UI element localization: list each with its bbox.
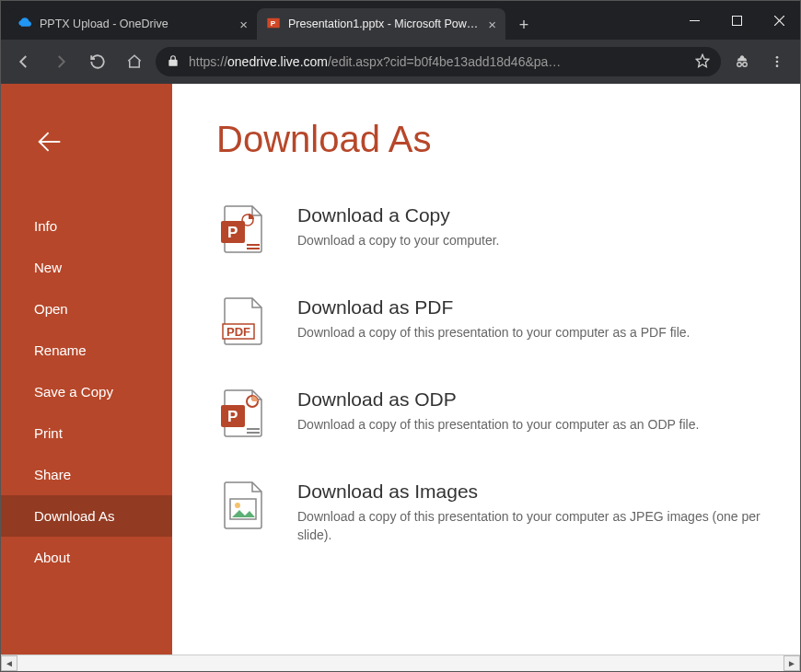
menu-item-rename[interactable]: Rename	[1, 330, 172, 371]
close-window-button[interactable]	[758, 1, 800, 40]
browser-tab-onedrive[interactable]: PPTX Upload - OneDrive ×	[8, 8, 257, 40]
download-option-images[interactable]: Download as ImagesDownload a copy of thi…	[216, 481, 774, 544]
forward-button[interactable]	[45, 46, 76, 77]
svg-point-11	[776, 61, 779, 64]
option-description: Download a copy of this presentation to …	[297, 416, 699, 434]
home-button[interactable]	[119, 46, 150, 77]
window-controls	[673, 1, 800, 40]
powerpoint-icon: P	[266, 16, 281, 33]
option-description: Download a copy to your computer.	[297, 232, 499, 250]
svg-point-8	[743, 63, 748, 67]
scrollbar-track[interactable]	[17, 655, 784, 671]
menu-icon[interactable]	[761, 46, 793, 77]
menu-item-share[interactable]: Share	[1, 454, 172, 495]
reload-button[interactable]	[82, 46, 113, 77]
menu-item-new[interactable]: New	[1, 247, 172, 288]
back-arrow-button[interactable]	[1, 126, 172, 205]
tab-strip: PPTX Upload - OneDrive × P Presentation1…	[1, 1, 673, 40]
svg-point-7	[737, 63, 742, 67]
onedrive-icon	[17, 16, 32, 33]
svg-point-27	[235, 503, 240, 508]
svg-point-12	[776, 64, 779, 67]
menu-item-save-a-copy[interactable]: Save a Copy	[1, 371, 172, 412]
menu-item-info[interactable]: Info	[1, 205, 172, 247]
menu-item-download-as[interactable]: Download As	[1, 495, 172, 537]
horizontal-scrollbar[interactable]: ◄ ►	[1, 655, 800, 671]
close-icon[interactable]: ×	[239, 17, 248, 32]
option-title: Download as ODP	[297, 388, 699, 411]
option-title: Download as Images	[297, 481, 774, 503]
pdf-file-icon: PDF	[216, 296, 268, 348]
star-icon[interactable]	[695, 53, 710, 71]
svg-text:PDF: PDF	[226, 325, 250, 339]
option-title: Download a Copy	[297, 204, 499, 226]
url-text: https://onedrive.live.com/edit.aspx?cid=…	[189, 54, 561, 69]
svg-rect-3	[732, 16, 741, 25]
minimize-button[interactable]	[673, 1, 715, 40]
browser-titlebar: PPTX Upload - OneDrive × P Presentation1…	[1, 1, 800, 40]
option-description: Download a copy of this presentation to …	[297, 508, 774, 544]
browser-toolbar: https://onedrive.live.com/edit.aspx?cid=…	[1, 40, 800, 84]
file-menu: InfoNewOpenRenameSave a CopyPrintShareDo…	[1, 205, 172, 578]
svg-point-10	[776, 56, 779, 59]
menu-item-print[interactable]: Print	[1, 412, 172, 454]
svg-text:P: P	[227, 224, 238, 241]
svg-text:P: P	[227, 408, 238, 425]
address-bar[interactable]: https://onedrive.live.com/edit.aspx?cid=…	[156, 47, 721, 76]
scroll-right-button[interactable]: ►	[784, 655, 800, 671]
close-icon[interactable]: ×	[488, 17, 496, 32]
menu-item-about[interactable]: About	[1, 537, 172, 578]
svg-text:P: P	[271, 19, 276, 28]
browser-tab-powerpoint[interactable]: P Presentation1.pptx - Microsoft PowerPo…	[257, 8, 505, 40]
odp-file-icon: P	[216, 388, 268, 440]
tab-title: PPTX Upload - OneDrive	[40, 17, 232, 30]
svg-marker-6	[696, 54, 708, 66]
file-menu-sidebar: InfoNewOpenRenameSave a CopyPrintShareDo…	[1, 84, 172, 655]
main-panel: Download As PDownload a CopyDownload a c…	[172, 84, 800, 655]
download-option-odp[interactable]: PDownload as ODPDownload a copy of this …	[216, 388, 774, 440]
pptx-file-icon: P	[216, 204, 268, 256]
menu-item-open[interactable]: Open	[1, 288, 172, 330]
scroll-left-button[interactable]: ◄	[1, 655, 17, 671]
option-title: Download as PDF	[297, 296, 690, 319]
images-file-icon	[216, 481, 268, 532]
download-option-pptx[interactable]: PDownload a CopyDownload a copy to your …	[216, 204, 774, 256]
lock-icon	[167, 54, 180, 70]
option-description: Download a copy of this presentation to …	[297, 324, 690, 342]
download-option-pdf[interactable]: PDFDownload as PDFDownload a copy of thi…	[216, 296, 774, 348]
page-title: Download As	[216, 119, 774, 160]
tab-title: Presentation1.pptx - Microsoft PowerPoin…	[288, 17, 481, 30]
new-tab-button[interactable]: +	[511, 12, 537, 38]
incognito-icon[interactable]	[726, 46, 758, 77]
back-button[interactable]	[8, 46, 40, 77]
maximize-button[interactable]	[715, 1, 758, 40]
